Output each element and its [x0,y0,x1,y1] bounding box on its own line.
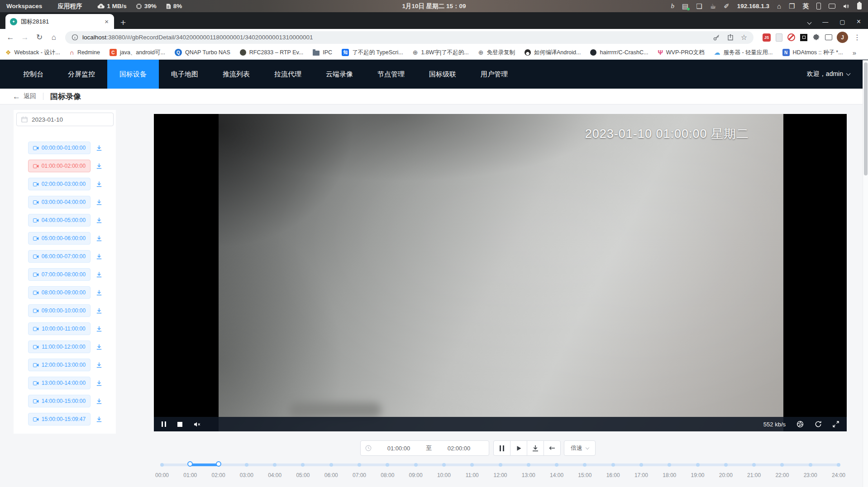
download-icon[interactable] [96,416,102,422]
recording-segment-button[interactable]: 08:00:00-09:00:00 [28,286,91,299]
recording-segment-button[interactable]: 00:00:00-01:00:00 [28,142,91,154]
download-icon[interactable] [96,289,102,296]
player-mute-icon[interactable] [194,421,201,427]
bookmark-item[interactable]: QQNAP Turbo NAS [175,49,230,56]
recording-segment-button[interactable]: 03:00:00-04:00:00 [28,196,91,208]
date-picker-input[interactable]: 2023-01-10 [16,113,114,126]
bookmark-item[interactable]: 知了不起的 TypeScri... [342,49,403,57]
bookmark-item[interactable]: ❖Webstack - 设计... [5,49,60,57]
download-icon[interactable] [96,145,102,151]
battery-icon[interactable] [857,3,862,9]
screenshot-extension-icon[interactable] [800,34,807,41]
timeline-hour-dot[interactable] [780,463,784,467]
js-extension-icon[interactable]: JS [763,33,771,42]
nav-item-1[interactable]: 分屏监控 [56,60,107,89]
download-icon[interactable] [96,199,102,205]
timeline-hour-dot[interactable] [668,463,671,467]
new-tab-button[interactable]: + [120,18,126,27]
player-stop-icon[interactable] [177,422,182,427]
close-window-icon[interactable]: × [857,18,861,25]
nav-item-5[interactable]: 拉流代理 [262,60,314,89]
timeline-hour-dot[interactable] [160,463,164,467]
snapshot-icon[interactable] [796,421,804,428]
back-button[interactable]: ← 返回 [13,92,36,100]
coffee-icon[interactable]: ☕ [710,3,716,9]
recording-segment-button[interactable]: 09:00:00-10:00:00 [28,304,91,317]
bookmark-item[interactable]: ⊕免登录复制 [478,49,515,57]
download-icon[interactable] [96,380,102,386]
download-icon[interactable] [96,253,102,260]
minimize-icon[interactable]: — [822,19,828,25]
browser-menu-kebab-icon[interactable]: ⋮ [851,33,863,42]
timeline-hour-dot[interactable] [837,463,840,467]
side-panel-icon[interactable] [825,34,832,40]
end-time-value[interactable]: 02:00:00 [434,445,484,452]
timeline-hour-dot[interactable] [724,463,728,467]
timeline-hour-dot[interactable] [499,463,502,467]
download-icon[interactable] [96,398,102,404]
recording-segment-button[interactable]: 04:00:00-05:00:00 [28,214,91,227]
download-icon[interactable] [96,217,102,223]
timeline-hour-dot[interactable] [527,463,530,467]
download-icon[interactable] [96,344,102,350]
nav-item-2[interactable]: 国标设备 [107,60,159,89]
address-bar[interactable]: localhost:38080/#/gbRecordDetail/3402000… [65,31,754,44]
recording-segment-button[interactable]: 13:00:00-14:00:00 [28,377,91,389]
start-time-value[interactable]: 01:00:00 [373,445,424,452]
timeline-hour-dot[interactable] [329,463,333,467]
download-icon[interactable] [96,163,102,169]
download-icon[interactable] [96,362,102,368]
forward-icon[interactable]: → [19,32,31,43]
notes-extension-icon[interactable] [776,33,782,42]
bookmark-item[interactable]: Cjava、android可... [110,49,165,57]
recording-segment-button[interactable]: 14:00:00-15:00:00 [28,395,91,407]
browser-tab[interactable]: ✦ 国标28181 × [5,14,114,29]
timeline-hour-dot[interactable] [442,463,446,467]
recording-segment-button[interactable]: 01:00:00-02:00:00 [28,160,91,172]
site-info-icon[interactable] [72,34,78,41]
clipboard-icon[interactable]: ❏ [696,3,702,9]
home-icon[interactable]: ⌂ [777,3,781,9]
display-icon[interactable] [829,4,835,9]
timeline-hour-dot[interactable] [583,463,587,467]
bookmark-item[interactable]: RFC2833 – RTP Ev... [240,49,304,56]
timeline-hour-dot[interactable] [696,463,700,467]
timeline-hour-dot[interactable] [752,463,756,467]
timeline-hour-dot[interactable] [358,463,361,467]
refresh-icon[interactable] [815,421,822,428]
clock-date[interactable]: 1月10日 星期二 15：09 [402,2,466,10]
timeline-hour-dot[interactable] [273,463,277,467]
timeline-hour-dot[interactable] [245,463,248,467]
recording-segment-button[interactable]: 05:00:00-06:00:00 [28,232,91,245]
nav-item-8[interactable]: 国标级联 [417,60,468,89]
pen-icon[interactable]: ✐ [724,3,730,9]
welcome-user-menu[interactable]: 欢迎，admin [807,60,850,89]
recording-segment-button[interactable]: 12:00:00-13:00:00 [28,359,91,371]
share-icon[interactable] [727,34,734,41]
volume-icon[interactable] [843,4,849,9]
download-icon[interactable] [96,271,102,278]
recording-segment-button[interactable]: 02:00:00-03:00:00 [28,178,91,190]
video-player[interactable]: 2023-01-10 01:00:00 星期二 552 kb/s [154,114,847,431]
timeline-hour-dot[interactable] [386,463,389,467]
recording-segment-button[interactable]: 10:00:00-11:00:00 [28,322,91,335]
ip-address[interactable]: 192.168.1.3 [737,3,769,9]
workspace-switcher-icon[interactable]: ❐ [789,3,795,9]
play-button[interactable] [510,440,527,456]
tab-search-icon[interactable] [808,19,811,25]
speed-dropdown[interactable]: 倍速 [564,440,596,456]
bookmark-star-icon[interactable]: ☆ [741,33,747,42]
timeline-handle-end[interactable] [216,461,221,467]
timeline-hour-dot[interactable] [611,463,615,467]
bookmarks-overflow-chevron[interactable]: » [853,49,856,57]
time-range-input[interactable]: 01:00:00 至 02:00:00 [360,440,489,456]
nav-item-6[interactable]: 云端录像 [314,60,365,89]
bookmark-item[interactable]: hairrrrr/C-CrashC... [590,49,648,56]
timeline-hour-dot[interactable] [470,463,474,467]
recording-segment-button[interactable]: 11:00:00-12:00:00 [28,340,91,353]
app-indicator-icon[interactable]: ▤ [682,3,688,9]
recording-segment-button[interactable]: 15:00:00-15:09:47 [28,413,91,426]
bookmark-item[interactable]: IPC [313,49,332,56]
bookmark-item[interactable]: ΨWVP-PRO文档 [658,49,704,57]
bookmark-item[interactable]: 如何编译Android... [525,49,581,57]
